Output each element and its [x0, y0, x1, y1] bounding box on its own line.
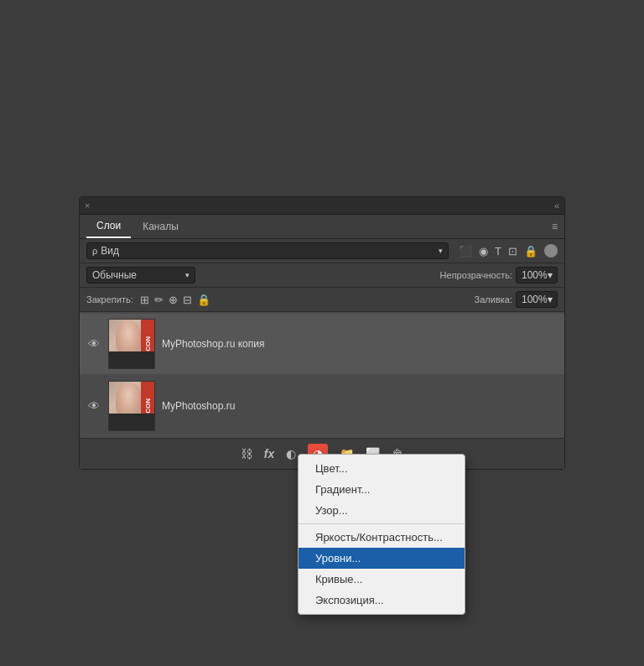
layer-thumb-face: CON: [109, 382, 154, 430]
lock-move-icon[interactable]: ⊕: [169, 294, 178, 306]
bottom-bar: ⛓ fx ◐ ◑ 📁 ⬜ 🗑 Цвет... Градиент... Узор.…: [80, 438, 564, 469]
lock-row: Закрепить: ⊞ ✏ ⊕ ⊟ 🔒 Заливка: 100% ▾: [80, 288, 564, 312]
panel-menu-icon[interactable]: ≡: [552, 221, 558, 232]
color-circle-icon: [544, 244, 558, 258]
tab-channels[interactable]: Каналы: [132, 216, 189, 237]
search-row: ρ Вид ▾ ⬛ ◉ T ⊡ 🔒: [80, 239, 564, 263]
layers-panel: × « Слои Каналы ≡ ρ Вид ▾ ⬛ ◉ T ⊡ 🔒: [79, 196, 565, 470]
opacity-label: Непрозрачность:: [440, 270, 512, 280]
layer-thumb-stripe: CON: [141, 382, 154, 430]
menu-item-pattern[interactable]: Узор...: [299, 500, 465, 521]
lock-icons: ⊞ ✏ ⊕ ⊟ 🔒: [140, 294, 210, 306]
opacity-value[interactable]: 100% ▾: [516, 267, 558, 284]
menu-item-curves[interactable]: Кривые...: [299, 569, 465, 590]
blend-mode-label: Обычные: [92, 269, 137, 281]
layer-name: MyPhotoshop.ru: [162, 400, 235, 412]
menu-item-levels[interactable]: Уровни...: [299, 548, 465, 569]
fill-arrow-icon: ▾: [548, 294, 553, 305]
blend-arrow-icon: ▾: [185, 271, 190, 279]
panel-tabs: Слои Каналы ≡: [80, 215, 564, 239]
lock-label: Закрепить:: [86, 294, 133, 304]
lock-all-icon[interactable]: 🔒: [197, 294, 210, 306]
layers-area: 👁 CON MyPhotoshop.ru копия 👁 CON: [80, 312, 564, 438]
lock-transparent-icon[interactable]: ⊞: [140, 294, 149, 306]
tab-layers[interactable]: Слои: [86, 215, 131, 238]
search-icon: ρ: [92, 246, 97, 256]
opacity-section: Непрозрачность: 100% ▾: [440, 267, 558, 284]
menu-item-brightness[interactable]: Яркость/Контрастность...: [299, 527, 465, 548]
panel-titlebar: × «: [80, 197, 564, 215]
link-icon[interactable]: ⛓: [241, 447, 252, 460]
image-filter-icon[interactable]: ⬛: [459, 245, 472, 258]
layer-thumbnail: CON: [108, 319, 155, 369]
layer-thumbnail: CON: [108, 381, 155, 431]
opacity-arrow-icon: ▾: [548, 269, 553, 281]
blend-row: Обычные ▾ Непрозрачность: 100% ▾: [80, 263, 564, 288]
circle-filter-icon[interactable]: ◉: [479, 245, 488, 258]
crop-filter-icon[interactable]: ⊡: [508, 245, 517, 258]
opacity-number: 100%: [522, 269, 548, 281]
layer-name: MyPhotoshop.ru копия: [162, 338, 264, 350]
fill-section: Заливка: 100% ▾: [475, 291, 558, 308]
lock-artboard-icon[interactable]: ⊟: [183, 294, 192, 306]
layer-thumb-stripe: CON: [141, 320, 154, 368]
layer-thumb-face: CON: [109, 320, 154, 368]
toolbar-icons: ⬛ ◉ T ⊡ 🔒: [459, 244, 558, 258]
close-icon[interactable]: ×: [85, 200, 90, 211]
collapse-icon[interactable]: «: [554, 200, 559, 211]
context-menu: Цвет... Градиент... Узор... Яркость/Конт…: [298, 454, 465, 615]
fill-number: 100%: [522, 294, 548, 305]
menu-item-exposure[interactable]: Экспозиция...: [299, 590, 465, 611]
menu-separator: [299, 523, 465, 524]
layer-item[interactable]: 👁 CON MyPhotoshop.ru: [80, 376, 564, 436]
text-filter-icon[interactable]: T: [495, 245, 501, 258]
lock-paint-icon[interactable]: ✏: [154, 294, 164, 306]
dropdown-arrow-icon: ▾: [439, 247, 443, 255]
visibility-icon[interactable]: 👁: [86, 337, 101, 351]
blend-mode-dropdown[interactable]: Обычные ▾: [86, 267, 195, 284]
lock-filter-icon[interactable]: 🔒: [524, 245, 538, 258]
panel-container: × « Слои Каналы ≡ ρ Вид ▾ ⬛ ◉ T ⊡ 🔒: [79, 196, 565, 470]
search-label: Вид: [101, 245, 119, 257]
fill-label: Заливка:: [475, 294, 512, 304]
layer-item[interactable]: 👁 CON MyPhotoshop.ru копия: [80, 314, 564, 374]
fx-icon[interactable]: fx: [264, 447, 274, 460]
search-dropdown[interactable]: ρ Вид ▾: [86, 242, 449, 259]
menu-item-color[interactable]: Цвет...: [299, 458, 465, 479]
fill-value[interactable]: 100% ▾: [516, 291, 558, 308]
visibility-icon[interactable]: 👁: [86, 399, 101, 413]
menu-item-gradient[interactable]: Градиент...: [299, 479, 465, 500]
mask-icon[interactable]: ◐: [286, 447, 296, 460]
